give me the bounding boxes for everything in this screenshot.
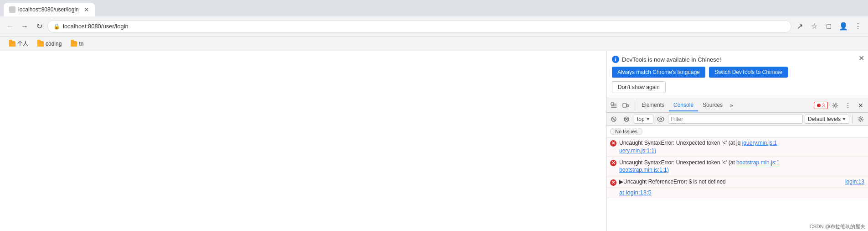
devtools-toolbar-left	[608, 100, 635, 111]
svg-rect-5	[627, 105, 628, 107]
banner-title-row: i DevTools is now available in Chinese!	[612, 56, 863, 63]
device-toggle-button[interactable]	[620, 100, 631, 111]
msg-content-3: ▶Uncaught ReferenceError: $ is not defin…	[619, 178, 842, 186]
svg-point-13	[660, 118, 662, 120]
back-button[interactable]: ←	[4, 20, 16, 33]
login-source-link[interactable]: login:13	[845, 178, 864, 186]
share-button[interactable]: ↗	[793, 20, 806, 33]
content-area: i DevTools is now available in Chinese! …	[0, 51, 868, 231]
clear-console-button[interactable]	[608, 114, 619, 125]
jquery-link-2[interactable]: uery.min.js:1:1)	[619, 147, 656, 154]
console-messages: ✕ Uncaught SyntaxError: Unexpected token…	[606, 137, 868, 231]
folder-icon	[9, 41, 15, 47]
watermark: CSDN @布拉维玖的屋夫	[807, 222, 868, 231]
nav-right-buttons: ↗ ☆ □ 👤 ⋮	[793, 20, 864, 33]
login-at-link[interactable]: at login:13:5	[619, 189, 652, 196]
console-toolbar: top ▼ Default levels ▼	[606, 113, 868, 126]
msg-content-2: Uncaught SyntaxError: Unexpected token '…	[619, 159, 864, 174]
error-dot	[817, 104, 821, 107]
profile-button[interactable]: 👤	[837, 20, 850, 33]
svg-point-12	[657, 117, 664, 121]
banner-info-text: DevTools is now available in Chinese!	[622, 56, 721, 63]
console-error-2: ✕ Uncaught SyntaxError: Unexpected token…	[606, 157, 868, 177]
tab-sources[interactable]: Sources	[698, 100, 727, 111]
tab-console[interactable]: Console	[669, 100, 698, 111]
tab-close-icon[interactable]: ✕	[84, 6, 89, 13]
tab-favicon	[9, 6, 15, 13]
menu-button[interactable]: ⋮	[852, 20, 864, 33]
devtools-banner: i DevTools is now available in Chinese! …	[606, 51, 868, 98]
bookmarks-bar: 个人 coding tn	[0, 37, 868, 51]
svg-rect-4	[623, 104, 627, 107]
bookmark-label: tn	[79, 41, 83, 47]
page-content	[0, 51, 606, 231]
info-icon: i	[612, 56, 619, 63]
error-badge: 3	[814, 102, 828, 109]
devtools-tabs: Elements Console Sources »	[637, 100, 814, 111]
bookmark-personal[interactable]: 个人	[5, 38, 32, 49]
stop-recording-button[interactable]	[621, 114, 632, 125]
devtools-close-button[interactable]: ✕	[855, 100, 866, 111]
navigation-bar: ← → ↻ 🔒 localhost:8080/user/login ↗ ☆ □ …	[0, 16, 868, 37]
top-context-button[interactable]: top ▼	[634, 115, 653, 124]
svg-line-8	[612, 118, 615, 121]
svg-point-6	[834, 105, 836, 106]
console-settings-button[interactable]	[855, 114, 866, 125]
caret-down-icon: ▼	[646, 117, 650, 121]
switch-devtools-button[interactable]: Switch DevTools to Chinese	[709, 67, 788, 78]
error-icon-1: ✕	[610, 140, 616, 147]
inspect-element-button[interactable]	[608, 100, 619, 111]
jquery-link-1[interactable]: jquery.min.js:1	[742, 140, 777, 146]
devtools-toolbar-right: 3 ⋮ ✕	[814, 100, 866, 111]
eye-button[interactable]	[655, 114, 666, 125]
error-count: 3	[822, 103, 825, 108]
bookmark-tn[interactable]: tn	[67, 39, 87, 48]
separator	[852, 115, 853, 123]
banner-buttons: Always match Chrome's language Switch De…	[612, 67, 863, 78]
folder-icon	[37, 41, 44, 47]
tab-title: localhost:8080/user/login	[18, 6, 81, 13]
error-icon-2: ✕	[610, 160, 616, 166]
bootstrap-link-2[interactable]: bootstrap.min.js:1:1)	[619, 167, 669, 173]
devtools-panel: i DevTools is now available in Chinese! …	[606, 51, 868, 231]
bootstrap-link-1[interactable]: bootstrap.min.js:1	[736, 159, 780, 166]
console-error-3-line2: at login:13:5	[606, 188, 868, 198]
reload-button[interactable]: ↻	[33, 20, 46, 33]
lock-icon: 🔒	[53, 23, 60, 30]
tab-bar: localhost:8080/user/login ✕	[0, 0, 868, 16]
dont-show-button[interactable]: Don't show again	[612, 81, 666, 93]
banner-close-button[interactable]: ✕	[858, 55, 864, 62]
bookmark-label: coding	[46, 41, 62, 47]
more-options-button[interactable]: ⋮	[842, 100, 853, 111]
no-issues-bar: No Issues	[606, 126, 868, 137]
always-match-button[interactable]: Always match Chrome's language	[612, 67, 705, 78]
bookmark-button[interactable]: ☆	[808, 20, 821, 33]
url-text: localhost:8080/user/login	[63, 23, 128, 30]
devtools-toolbar: Elements Console Sources » 3	[606, 98, 868, 113]
split-screen-button[interactable]: □	[822, 20, 835, 33]
browser-window: localhost:8080/user/login ✕ ← → ↻ 🔒 loca…	[0, 0, 868, 231]
address-bar[interactable]: 🔒 localhost:8080/user/login	[47, 20, 791, 33]
active-tab[interactable]: localhost:8080/user/login ✕	[4, 3, 95, 16]
more-tabs-button[interactable]: »	[727, 100, 736, 111]
msg-content-1: Uncaught SyntaxError: Unexpected token '…	[619, 139, 864, 155]
bookmark-coding[interactable]: coding	[34, 39, 65, 48]
levels-caret-icon: ▼	[842, 117, 846, 121]
default-levels-button[interactable]: Default levels ▼	[805, 115, 849, 124]
console-error-3: ✕ ▶Uncaught ReferenceError: $ is not def…	[606, 176, 868, 188]
forward-button[interactable]: →	[18, 20, 31, 33]
no-issues-badge: No Issues	[610, 128, 642, 135]
bookmark-label: 个人	[17, 40, 28, 47]
console-error-1: ✕ Uncaught SyntaxError: Unexpected token…	[606, 137, 868, 157]
filter-input[interactable]	[668, 115, 803, 124]
svg-point-14	[860, 118, 862, 120]
folder-icon	[71, 41, 77, 47]
svg-rect-0	[611, 103, 614, 105]
settings-button[interactable]	[830, 100, 841, 111]
error-icon-3: ✕	[610, 179, 616, 186]
tab-elements[interactable]: Elements	[637, 100, 669, 111]
